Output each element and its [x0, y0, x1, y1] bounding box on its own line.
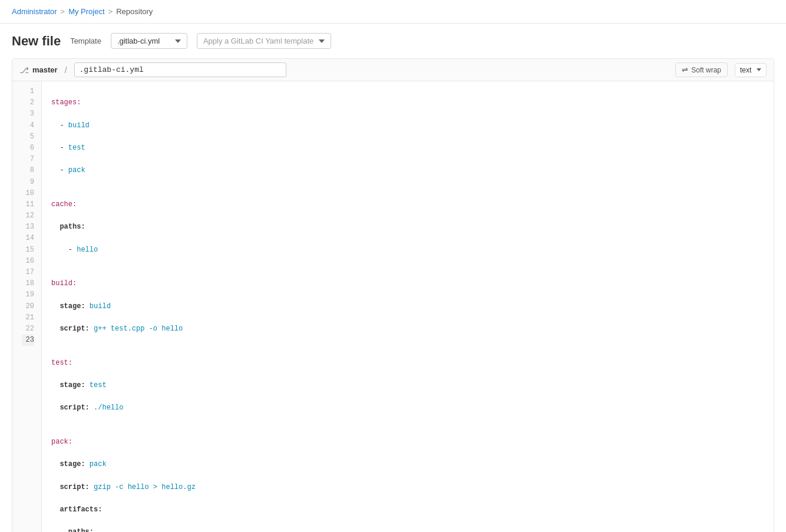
path-separator: /	[65, 65, 67, 75]
branch-icon: ⎇	[19, 65, 29, 75]
editor-body: 12345 678910 1112131415 1617181920 21222…	[12, 81, 774, 532]
template-dropdown[interactable]: .gitlab-ci.yml	[111, 33, 187, 49]
template-label: Template	[70, 37, 101, 45]
editor-branch: ⎇ master	[19, 65, 58, 75]
editor-options: ⇌ Soft wrap text	[675, 62, 767, 77]
page-header: New file Template .gitlab-ci.yml Apply a…	[0, 24, 786, 58]
breadcrumb-my-project[interactable]: My Project	[68, 7, 104, 16]
branch-name: master	[32, 65, 58, 74]
editor-toolbar: ⎇ master / ⇌ Soft wrap text	[12, 59, 774, 81]
ci-template-dropdown[interactable]: Apply a GitLab CI Yaml template	[197, 33, 331, 49]
breadcrumb-repository: Repository	[116, 7, 153, 16]
filename-input[interactable]	[74, 62, 286, 77]
wrap-icon: ⇌	[682, 65, 688, 74]
editor-container: ⎇ master / ⇌ Soft wrap text 12345 678910…	[12, 58, 774, 532]
breadcrumb-sep-2: >	[108, 7, 113, 16]
breadcrumb-sep-1: >	[61, 7, 65, 16]
text-mode-select[interactable]: text	[735, 63, 767, 77]
breadcrumb: Administrator > My Project > Repository	[0, 0, 786, 24]
breadcrumb-administrator[interactable]: Administrator	[12, 7, 57, 16]
soft-wrap-label: Soft wrap	[691, 66, 721, 74]
soft-wrap-button[interactable]: ⇌ Soft wrap	[675, 62, 728, 77]
code-editor[interactable]: stages: - build - test - pack cache: pat…	[42, 81, 774, 532]
page-title: New file	[12, 34, 61, 49]
line-numbers: 12345 678910 1112131415 1617181920 21222…	[12, 81, 42, 532]
editor-filename[interactable]	[74, 62, 286, 77]
